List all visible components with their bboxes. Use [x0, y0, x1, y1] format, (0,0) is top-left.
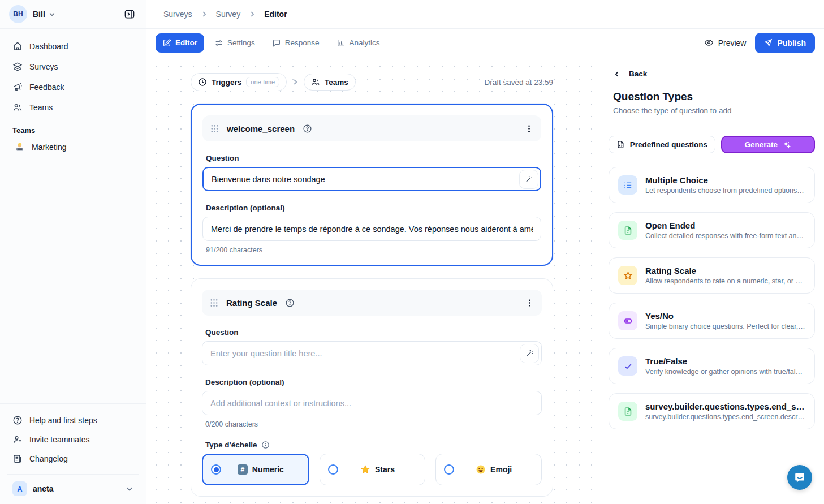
magic-wand-icon [525, 175, 533, 183]
predefined-label: Predefined questions [630, 140, 707, 149]
type-title: True/False [645, 356, 805, 366]
type-desc: Allow respondents to rate on a numeric, … [645, 277, 805, 285]
sidebar-item-help[interactable]: Help and first steps [7, 411, 139, 430]
question-type-multiple-choice[interactable]: Multiple Choice Let respondents choose f… [609, 167, 815, 203]
question-description-input[interactable] [202, 217, 541, 241]
magic-wand-button[interactable] [519, 170, 538, 189]
teams-chip[interactable]: Teams [304, 74, 356, 91]
account-switcher[interactable]: A aneta [7, 474, 139, 504]
question-type-open-ended[interactable]: Open Ended Collect detailed responses wi… [609, 212, 815, 248]
pencil-square-icon [162, 38, 171, 48]
scale-option-emoji[interactable]: Emoji [435, 454, 542, 485]
list-icon [623, 180, 633, 190]
tab-settings[interactable]: Settings [208, 33, 262, 53]
back-button[interactable]: Back [613, 70, 647, 78]
workspace-name: Bill [33, 10, 45, 19]
magic-wand-button[interactable] [520, 344, 539, 363]
sidebar-item-changelog[interactable]: Changelog [7, 449, 139, 468]
eye-icon [704, 38, 714, 48]
chevron-right-icon [248, 10, 256, 18]
type-desc: Simple binary choice questions. Perfect … [645, 322, 805, 330]
sidebar-item-teams[interactable]: Teams [7, 98, 139, 117]
question-type-yes-no[interactable]: Yes/No Simple binary choice questions. P… [609, 303, 815, 339]
sidebar: BH Bill Dashboard Surveys Feedback [0, 0, 146, 504]
question-type-rating-scale[interactable]: Rating Scale Allow respondents to rate o… [609, 257, 815, 294]
radio-selected [211, 464, 221, 475]
panel-collapse-icon [124, 8, 135, 20]
tab-editor[interactable]: Editor [156, 33, 204, 53]
help-circle-icon[interactable] [303, 124, 312, 133]
kebab-menu-icon[interactable] [525, 124, 533, 133]
tab-label: Editor [175, 38, 197, 47]
tab-analytics[interactable]: Analytics [330, 33, 387, 53]
publish-label: Publish [777, 38, 806, 48]
info-icon[interactable] [261, 441, 270, 449]
people-icon [12, 102, 23, 113]
breadcrumb-editor: Editor [264, 10, 287, 19]
question-title-input[interactable] [202, 167, 541, 191]
app-root: BH Bill Dashboard Surveys Feedback [0, 0, 824, 504]
number-keycap-icon: # [238, 464, 248, 475]
predefined-questions-button[interactable]: Predefined questions [609, 136, 715, 153]
scale-option-stars[interactable]: Stars [320, 454, 426, 485]
publish-button[interactable]: Publish [755, 33, 815, 53]
footer-label: Help and first steps [29, 416, 97, 425]
nav-label: Feedback [29, 83, 64, 92]
help-circle-icon[interactable] [285, 298, 295, 308]
type-desc: Collect detailed responses with free-for… [645, 232, 805, 240]
question-label: Question [206, 154, 538, 162]
panel-subtitle: Choose the type of question to add [613, 106, 810, 124]
sparkles-icon [782, 140, 791, 149]
breadcrumb-survey[interactable]: Survey [216, 10, 241, 19]
tab-response[interactable]: Response [265, 33, 326, 53]
question-title-input[interactable] [202, 341, 542, 365]
teams-chip-label: Teams [325, 78, 348, 87]
kebab-menu-icon[interactable] [525, 299, 534, 307]
question-card-title: welcome_screen [227, 124, 295, 133]
account-avatar: A [12, 481, 27, 496]
drag-handle-icon[interactable] [210, 124, 219, 133]
technologist-emoji-icon [15, 142, 25, 152]
editor-toolbar: Editor Settings Response Analytics Previ… [146, 29, 824, 57]
description-label: Description (optional) [206, 204, 538, 212]
draft-status: Draft saved at 23:59 [484, 78, 553, 87]
question-type-end-screen[interactable]: survey.builder.questions.types.end_scr..… [609, 393, 815, 429]
file-code-icon [616, 140, 625, 149]
tab-label: Response [285, 38, 320, 47]
panel-actions: Predefined questions Generate [599, 124, 824, 156]
star-emoji-icon [360, 464, 370, 475]
workspace-switcher[interactable]: Bill [33, 10, 55, 19]
sidebar-item-invite[interactable]: Invite teammates [7, 430, 139, 449]
sidebar-item-marketing[interactable]: Marketing [7, 138, 139, 156]
type-title: Multiple Choice [645, 175, 805, 185]
description-label: Description (optional) [205, 378, 538, 386]
generate-button[interactable]: Generate [721, 136, 815, 153]
toggle-icon [623, 316, 633, 326]
question-card-header: Rating Scale [202, 290, 542, 316]
collapse-sidebar-button[interactable] [121, 6, 138, 23]
sidebar-item-dashboard[interactable]: Dashboard [7, 37, 139, 56]
breadcrumb-surveys[interactable]: Surveys [163, 10, 192, 19]
back-label: Back [629, 70, 647, 78]
sidebar-item-surveys[interactable]: Surveys [7, 57, 139, 76]
chevron-left-icon [613, 70, 621, 78]
layers-icon [12, 62, 23, 72]
scale-type-label: Type d'échelle [205, 441, 538, 449]
question-card-rating-scale[interactable]: Rating Scale Question Descri [191, 278, 553, 497]
question-card-welcome-screen[interactable]: welcome_screen Question Desc [191, 104, 553, 266]
triggers-label: Triggers [212, 78, 241, 87]
chat-launcher-button[interactable] [787, 465, 812, 490]
scale-option-numeric[interactable]: # Numeric [202, 454, 309, 485]
account-name: aneta [33, 484, 120, 493]
question-type-true-false[interactable]: True/False Verify knowledge or gather op… [609, 348, 815, 384]
radio-unselected [328, 464, 338, 475]
question-description-input[interactable] [202, 391, 542, 415]
sidebar-item-feedback[interactable]: Feedback [7, 77, 139, 97]
question-type-list: Multiple Choice Let respondents choose f… [599, 156, 824, 441]
generate-label: Generate [745, 140, 778, 149]
triggers-chip[interactable]: Triggers one-time [191, 73, 287, 91]
preview-button[interactable]: Preview [698, 33, 752, 52]
nav-label: Surveys [29, 62, 58, 71]
teams-section-label: Teams [7, 118, 139, 138]
drag-handle-icon[interactable] [210, 299, 218, 307]
